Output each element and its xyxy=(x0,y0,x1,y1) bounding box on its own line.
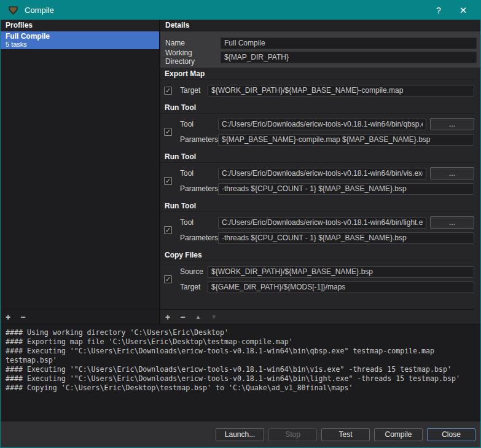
parameters-row: Parameters xyxy=(180,232,474,244)
profiles-panel: Profiles Full Compile 5 tasks + − xyxy=(1,20,159,324)
name-input[interactable] xyxy=(221,37,477,49)
copy-target-input[interactable] xyxy=(208,281,474,293)
remove-profile-button[interactable]: − xyxy=(20,313,25,321)
profiles-toolbar: + − xyxy=(1,309,159,324)
console-line: testmap.bsp' xyxy=(6,356,475,365)
task-run-tool-light: ✓ Tool ... Parameters xyxy=(160,216,474,244)
details-panel: Details Name Working Directory Export Ma… xyxy=(160,20,480,324)
task-header-run-tool-light: Run Tool xyxy=(160,200,474,212)
tool-path-input[interactable] xyxy=(218,217,426,229)
help-button[interactable]: ? xyxy=(426,1,451,20)
move-task-down-button: ▼ xyxy=(211,313,217,321)
button-bar: Launch... Stop Test Compile Close xyxy=(1,422,480,447)
task-run-tool-qbsp: ✓ Tool ... Parameters xyxy=(160,118,474,146)
task-run-tool-vis: ✓ Tool ... Parameters xyxy=(160,167,474,195)
compile-button[interactable]: Compile xyxy=(374,428,423,441)
task-enabled-checkbox[interactable]: ✓ xyxy=(164,275,172,283)
parameters-input[interactable] xyxy=(218,134,474,146)
parameters-label: Parameters xyxy=(180,135,218,144)
task-header-run-tool-vis: Run Tool xyxy=(160,151,474,163)
titlebar[interactable]: Compile ? ✕ xyxy=(1,1,480,20)
console-output[interactable]: #### Using working directory 'C:\Users\E… xyxy=(1,324,480,422)
working-directory-input[interactable] xyxy=(221,52,477,63)
profile-list[interactable]: Full Compile 5 tasks xyxy=(1,31,159,309)
parameters-label: Parameters xyxy=(180,234,218,242)
compile-dialog: Compile ? ✕ Profiles Full Compile 5 task… xyxy=(0,0,481,448)
task-checkbox-col: ✓ xyxy=(160,265,180,293)
parameters-row: Parameters xyxy=(180,183,474,195)
name-label: Name xyxy=(165,39,221,47)
console-line: #### Executing '"C:\Users\Eric\Downloads… xyxy=(6,374,475,383)
add-profile-button[interactable]: + xyxy=(6,313,10,321)
console-line: #### Copying 'C:\Users\Eric\Desktop\test… xyxy=(6,383,475,393)
target-label: Target xyxy=(180,283,208,291)
name-row: Name xyxy=(165,37,477,49)
task-checkbox-col: ✓ xyxy=(160,167,180,195)
copy-source-input[interactable] xyxy=(208,266,474,278)
tool-label: Tool xyxy=(180,169,218,178)
task-checkbox-col: ✓ xyxy=(160,118,180,146)
move-task-up-button[interactable]: ▲ xyxy=(195,313,201,321)
task-enabled-checkbox[interactable]: ✓ xyxy=(164,177,172,185)
tool-label: Tool xyxy=(180,218,218,227)
tool-label: Tool xyxy=(180,120,218,128)
tool-row: Tool ... xyxy=(180,167,474,179)
window-title: Compile xyxy=(25,6,54,15)
profile-detail-form: Name Working Directory xyxy=(160,31,480,68)
target-label: Target xyxy=(180,86,208,95)
task-header-export-map: Export Map xyxy=(160,68,474,80)
stop-button: Stop xyxy=(268,428,317,441)
task-checkbox-col: ✓ xyxy=(160,84,180,96)
parameters-input[interactable] xyxy=(218,232,474,244)
remove-task-button[interactable]: − xyxy=(180,313,185,321)
target-row: Target xyxy=(180,84,474,96)
console-line: #### Executing '"C:\Users\Eric\Downloads… xyxy=(6,347,475,356)
task-enabled-checkbox[interactable]: ✓ xyxy=(164,87,172,95)
tool-path-input[interactable] xyxy=(218,119,426,130)
browse-tool-button[interactable]: ... xyxy=(430,216,474,229)
console-line: #### Using working directory 'C:\Users\E… xyxy=(6,328,475,337)
source-row: Source xyxy=(180,265,474,278)
task-export-map: ✓ Target xyxy=(160,84,474,96)
working-directory-label: Working Directory xyxy=(165,49,221,66)
browse-tool-button[interactable]: ... xyxy=(430,118,474,130)
browse-tool-button[interactable]: ... xyxy=(430,167,474,179)
console-line: #### Executing '"C:\Users\Eric\Downloads… xyxy=(6,365,475,374)
source-label: Source xyxy=(180,267,208,276)
parameters-row: Parameters xyxy=(180,133,474,146)
main-split: Profiles Full Compile 5 tasks + − Detail… xyxy=(1,20,480,324)
launch-button[interactable]: Launch... xyxy=(216,428,264,441)
details-header: Details xyxy=(160,20,480,31)
parameters-label: Parameters xyxy=(180,184,218,193)
working-directory-row: Working Directory xyxy=(165,51,477,63)
target-row: Target xyxy=(180,281,474,293)
profile-name: Full Compile xyxy=(6,32,159,41)
close-button[interactable]: Close xyxy=(427,428,475,441)
task-enabled-checkbox[interactable]: ✓ xyxy=(164,226,172,234)
console-line: #### Exporting map file 'C:\Users\Eric\D… xyxy=(6,337,475,347)
tool-path-input[interactable] xyxy=(218,168,426,179)
task-list: Export Map ✓ Target Run Tool xyxy=(160,68,480,324)
task-enabled-checkbox[interactable]: ✓ xyxy=(164,128,172,136)
task-checkbox-col: ✓ xyxy=(160,216,180,244)
add-task-button[interactable]: + xyxy=(165,313,170,321)
close-window-button[interactable]: ✕ xyxy=(451,1,475,20)
parameters-input[interactable] xyxy=(218,183,474,195)
profiles-header: Profiles xyxy=(1,20,159,31)
profile-task-count: 5 tasks xyxy=(6,41,159,49)
tool-row: Tool ... xyxy=(180,216,474,229)
profile-list-item-selected[interactable]: Full Compile 5 tasks xyxy=(1,31,159,49)
test-button[interactable]: Test xyxy=(321,428,370,441)
task-header-copy-files: Copy Files xyxy=(160,250,474,261)
tool-row: Tool ... xyxy=(180,118,474,130)
export-target-input[interactable] xyxy=(208,85,474,96)
app-logo-icon xyxy=(8,5,18,15)
task-header-run-tool-qbsp: Run Tool xyxy=(160,102,474,114)
task-copy-files: ✓ Source Target xyxy=(160,265,474,293)
tasks-toolbar: + − ▲ ▼ xyxy=(160,309,474,324)
